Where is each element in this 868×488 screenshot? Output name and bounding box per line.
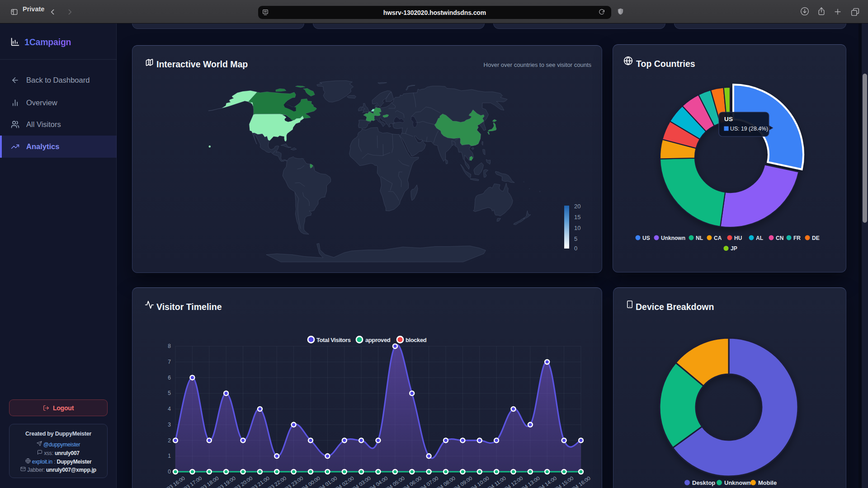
svg-text:approved: approved [365, 337, 391, 343]
svg-text:2: 2 [168, 437, 171, 444]
svg-text:NL: NL [696, 235, 703, 241]
svg-text:0: 0 [168, 469, 171, 475]
svg-text:CN: CN [776, 235, 783, 241]
svg-text:Unknown: Unknown [724, 479, 751, 486]
svg-text:DE: DE [812, 235, 820, 241]
svg-text:FR: FR [793, 235, 801, 241]
svg-text:CA: CA [714, 235, 722, 241]
svg-text:6: 6 [168, 375, 171, 381]
svg-text:US: 19 (28.4%): US: 19 (28.4%) [730, 126, 768, 132]
svg-text:Mobile: Mobile [758, 479, 777, 486]
svg-text:Unknown: Unknown [661, 235, 685, 241]
svg-text:JP: JP [731, 245, 737, 252]
svg-text:8: 8 [168, 343, 171, 349]
svg-text:US: US [642, 235, 650, 241]
svg-text:4: 4 [168, 406, 171, 412]
svg-text:Total Visitors: Total Visitors [316, 337, 351, 343]
svg-text:US: US [724, 116, 733, 122]
svg-text:10/03 16:00: 10/03 16:00 [160, 475, 186, 488]
svg-text:AL: AL [756, 235, 763, 241]
svg-text:1: 1 [168, 453, 171, 459]
svg-text:7: 7 [168, 359, 171, 365]
svg-text:Desktop: Desktop [692, 479, 715, 486]
svg-text:blocked: blocked [406, 337, 427, 343]
svg-text:3: 3 [168, 422, 171, 428]
svg-text:HU: HU [734, 235, 742, 241]
svg-text:5: 5 [168, 390, 171, 396]
